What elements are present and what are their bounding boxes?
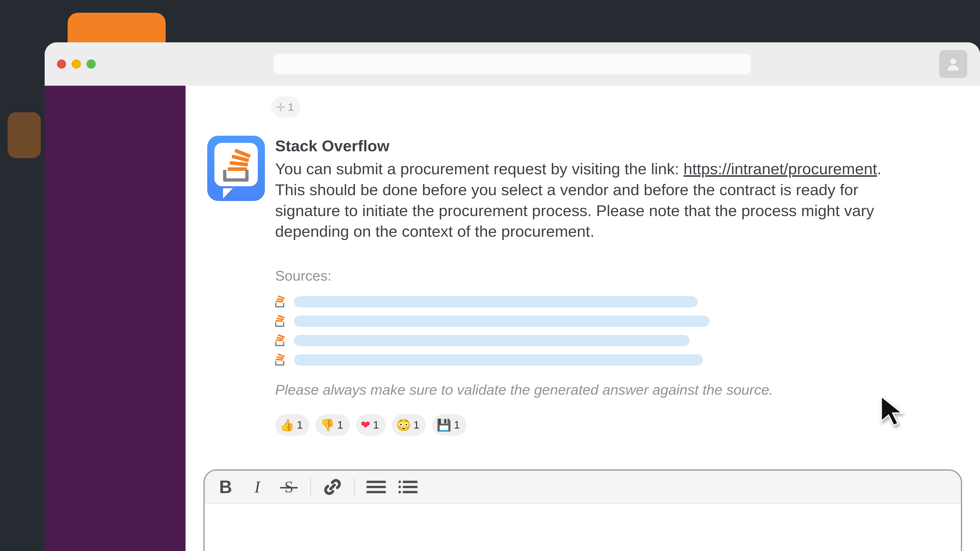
- source-item[interactable]: [275, 354, 967, 365]
- reaction-count: 1: [414, 419, 419, 431]
- thumbs-down-icon: 👎: [320, 419, 334, 431]
- bold-button[interactable]: B: [215, 477, 236, 497]
- user-avatar[interactable]: [939, 50, 967, 78]
- link-icon: [323, 478, 342, 496]
- italic-button[interactable]: I: [247, 477, 267, 497]
- search-input[interactable]: [274, 54, 751, 75]
- reaction-count: 1: [297, 419, 303, 431]
- message-reactions: 👍 1 👎 1 ❤ 1 😳 1: [275, 414, 967, 436]
- bot-message: Stack Overflow You can submit a procurem…: [207, 136, 967, 436]
- save-icon: 💾: [437, 419, 451, 431]
- disclaimer-text: Please always make sure to validate the …: [275, 381, 967, 398]
- list-icon: [366, 479, 387, 495]
- toolbar-divider: [310, 478, 311, 496]
- stackoverflow-mini-icon: [275, 316, 286, 327]
- source-link-placeholder: [294, 296, 698, 307]
- channel-content: ✛ 1 Stack Overflow You can: [186, 86, 980, 551]
- svg-point-0: [950, 59, 956, 64]
- background-card: [8, 112, 41, 158]
- prev-message-reactions: ✛ 1: [271, 97, 301, 118]
- source-item[interactable]: [275, 296, 967, 307]
- svg-point-6: [398, 491, 401, 493]
- flushed-icon: 😳: [396, 419, 411, 431]
- strikethrough-button[interactable]: S: [279, 478, 299, 496]
- heart-icon: ❤: [361, 419, 371, 431]
- message-text-part: You can submit a procurement request by …: [275, 160, 683, 178]
- thumbs-up-icon: 👍: [280, 419, 294, 431]
- source-item[interactable]: [275, 316, 967, 327]
- add-reaction-button[interactable]: ✛ 1: [271, 97, 301, 118]
- message-sender: Stack Overflow: [275, 137, 967, 155]
- svg-point-5: [398, 486, 401, 488]
- procurement-link[interactable]: https://intranet/procurement: [683, 160, 877, 178]
- composer-toolbar: B I S: [205, 471, 961, 504]
- window-controls: [57, 59, 96, 68]
- reaction-thumbs-down[interactable]: 👎 1: [315, 414, 350, 436]
- sources-list: [275, 296, 967, 365]
- reaction-count: 1: [373, 419, 379, 431]
- reaction-count: 1: [337, 419, 343, 431]
- source-link-placeholder: [294, 335, 690, 346]
- bullet-list-button[interactable]: [398, 479, 418, 495]
- link-button[interactable]: [322, 478, 343, 496]
- ordered-list-button[interactable]: [366, 479, 387, 495]
- plus-icon: ✛: [276, 101, 285, 114]
- message-composer[interactable]: B I S: [204, 469, 962, 551]
- source-item[interactable]: [275, 335, 967, 346]
- bot-avatar[interactable]: [207, 136, 265, 201]
- sources-label: Sources:: [275, 267, 967, 284]
- window-close-button[interactable]: [57, 59, 66, 68]
- reaction-thumbs-up[interactable]: 👍 1: [275, 414, 309, 436]
- workspace-sidebar: [45, 86, 186, 551]
- stackoverflow-icon: [228, 151, 248, 173]
- user-icon: [945, 56, 961, 72]
- window-minimize-button[interactable]: [72, 59, 81, 68]
- toolbar-divider: [354, 478, 355, 496]
- reaction-flushed[interactable]: 😳 1: [392, 414, 426, 436]
- stackoverflow-mini-icon: [275, 354, 286, 365]
- add-reaction-count: 1: [288, 101, 294, 113]
- svg-point-4: [398, 481, 401, 483]
- source-link-placeholder: [294, 316, 710, 327]
- reaction-save[interactable]: 💾 1: [432, 414, 466, 436]
- reaction-heart[interactable]: ❤ 1: [356, 414, 386, 436]
- bullet-list-icon: [398, 479, 418, 495]
- stackoverflow-mini-icon: [275, 335, 286, 346]
- message-text: You can submit a procurement request by …: [275, 159, 885, 242]
- reaction-count: 1: [454, 419, 460, 431]
- stackoverflow-mini-icon: [275, 296, 286, 307]
- source-link-placeholder: [294, 354, 703, 365]
- window-titlebar: [45, 42, 980, 86]
- app-window: ✛ 1 Stack Overflow You can: [45, 42, 980, 551]
- window-maximize-button[interactable]: [86, 59, 96, 68]
